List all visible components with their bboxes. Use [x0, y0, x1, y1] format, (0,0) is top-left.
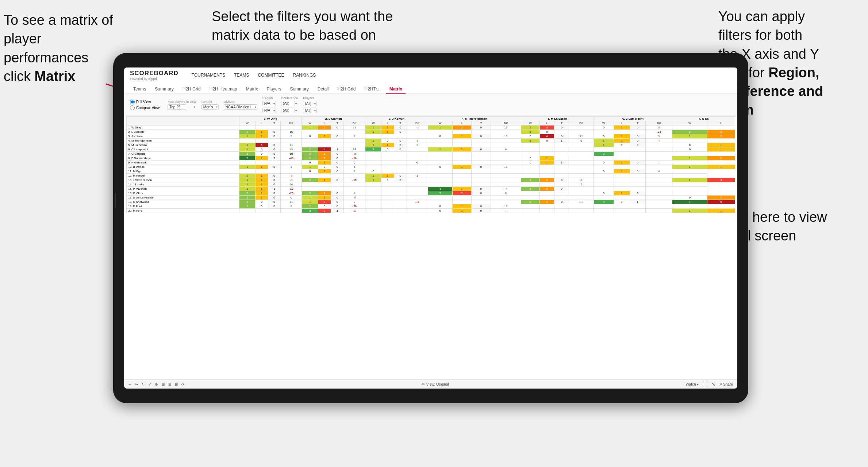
- matrix-cell: [452, 156, 472, 161]
- matrix-cell: [268, 126, 281, 130]
- tab-h2h-grid2[interactable]: H2H Grid: [334, 85, 359, 94]
- tab-teams[interactable]: Teams: [130, 85, 149, 94]
- matrix-cell: -20: [344, 204, 365, 209]
- filter-division: Division NCAA Division I: [224, 100, 257, 110]
- matrix-cell: [594, 165, 614, 169]
- matrix-cell: 1: [452, 134, 472, 139]
- minus-icon[interactable]: ⊟: [168, 382, 171, 386]
- player-name-cell: 16. K Vilips: [127, 191, 239, 196]
- grid-icon[interactable]: ⊞: [175, 382, 178, 386]
- tab-h2h-grid[interactable]: H2H Grid: [179, 85, 204, 94]
- matrix-cell: [569, 156, 594, 161]
- radio-full[interactable]: [130, 100, 135, 104]
- view-full-radio[interactable]: Full View: [130, 100, 160, 104]
- ann-left-line3-bold: Matrix: [34, 69, 75, 84]
- matrix-cell: [491, 139, 521, 143]
- redo-icon[interactable]: ↪: [135, 382, 138, 386]
- matrix-cell: [646, 182, 672, 187]
- players-select2[interactable]: (All): [303, 108, 317, 113]
- matrix-cell: [365, 191, 381, 196]
- matrix-cell: [281, 169, 302, 174]
- matrix-cell: 24: [344, 147, 365, 152]
- max-players-select[interactable]: Top 25: [168, 104, 186, 110]
- matrix-cell: 1: [381, 143, 394, 147]
- watch-button[interactable]: Watch ▾: [686, 382, 699, 386]
- matrix-cell: [521, 165, 539, 169]
- matrix-cell: [302, 182, 318, 187]
- undo-icon[interactable]: ↩: [128, 382, 131, 386]
- expand-icon[interactable]: ⤡: [711, 381, 715, 387]
- matrix-cell: [394, 191, 407, 196]
- matrix-cell: 0: [521, 134, 539, 139]
- matrix-cell: [554, 204, 569, 209]
- matrix-cell: [672, 139, 707, 143]
- matrix-cell: [569, 126, 594, 130]
- tab-h2h-heatmap[interactable]: H2H Heatmap: [206, 85, 241, 94]
- refresh-icon[interactable]: ↻: [142, 382, 145, 386]
- matrix-cell: 1: [594, 143, 614, 147]
- matrix-cell: [554, 156, 569, 161]
- matrix-cell: -11: [344, 209, 365, 213]
- matrix-cell: [539, 174, 554, 178]
- gender-select[interactable]: Men's: [201, 104, 219, 110]
- settings-icon[interactable]: ⚙: [155, 382, 158, 386]
- view-compact-radio[interactable]: Compact View: [130, 105, 160, 110]
- share-small-icon[interactable]: ⤢: [148, 382, 151, 386]
- nav-rankings[interactable]: RANKINGS: [292, 71, 317, 79]
- matrix-cell: 0: [472, 126, 491, 130]
- matrix-cell: 1: [381, 126, 394, 130]
- matrix-cell: [472, 130, 491, 134]
- tab-summary2[interactable]: Summary: [287, 85, 312, 94]
- players-select[interactable]: (All): [303, 101, 317, 106]
- gender-wrap: Men's: [201, 104, 219, 110]
- nav-tournaments[interactable]: TOURNAMENTS: [191, 71, 226, 79]
- matrix-cell: 0: [630, 126, 646, 130]
- plus-icon[interactable]: ⊞: [162, 382, 165, 386]
- tab-h2htr[interactable]: H2HTr...: [361, 85, 384, 94]
- gender-label: Gender: [201, 100, 219, 104]
- matrix-cell: [472, 156, 491, 161]
- matrix-cell: 1: [255, 174, 268, 178]
- region-select[interactable]: N/A: [262, 101, 276, 106]
- matrix-cell: [428, 200, 452, 204]
- nav-committee[interactable]: COMMITTEE: [257, 71, 285, 79]
- matrix-cell: 2: [672, 130, 707, 134]
- table-row: 19. D Ford2009200-2001013: [127, 204, 735, 209]
- matrix-cell: 2: [521, 178, 539, 182]
- matrix-cell: [594, 196, 614, 200]
- division-select[interactable]: NCAA Division I: [224, 104, 257, 110]
- tab-detail[interactable]: Detail: [314, 85, 332, 94]
- tab-matrix-main[interactable]: Matrix: [243, 85, 261, 94]
- matrix-cell: -11: [407, 200, 428, 204]
- matrix-cell: [630, 204, 646, 209]
- matrix-cell: [614, 209, 630, 213]
- matrix-cell: [630, 196, 646, 200]
- matrix-cell: 6: [491, 147, 521, 152]
- matrix-cell: 1: [614, 191, 630, 196]
- matrix-cell: 0: [472, 209, 491, 213]
- view-icon: 👁: [421, 382, 425, 386]
- conference-select[interactable]: (All): [281, 101, 295, 106]
- sub-t1: T: [268, 121, 281, 126]
- radio-compact[interactable]: [130, 105, 135, 110]
- share-button[interactable]: ↗ Share: [719, 382, 733, 386]
- matrix-cell: 3: [452, 191, 472, 196]
- tab-summary[interactable]: Summary: [151, 85, 177, 94]
- tab-matrix-active[interactable]: Matrix: [386, 85, 406, 94]
- reload-icon[interactable]: ⟳: [181, 382, 184, 386]
- conference-select2[interactable]: (All): [281, 108, 295, 113]
- matrix-cell: 1: [630, 200, 646, 204]
- matrix-cell: 1: [239, 134, 255, 139]
- view-original-label[interactable]: 👁 View: Original: [421, 382, 449, 386]
- tab-players[interactable]: Players: [263, 85, 284, 94]
- matrix-cell: [472, 178, 491, 182]
- matrix-cell: 1: [381, 130, 394, 134]
- nav-teams[interactable]: TEAMS: [233, 71, 250, 79]
- region-select2[interactable]: N/A: [262, 108, 276, 113]
- matrix-cell: 1: [365, 178, 381, 182]
- matrix-cell: 0: [331, 161, 344, 165]
- matrix-cell: 2: [539, 200, 554, 204]
- fullscreen-icon[interactable]: ⛶: [702, 381, 707, 387]
- matrix-cell: [394, 196, 407, 200]
- matrix-cell: [381, 156, 394, 161]
